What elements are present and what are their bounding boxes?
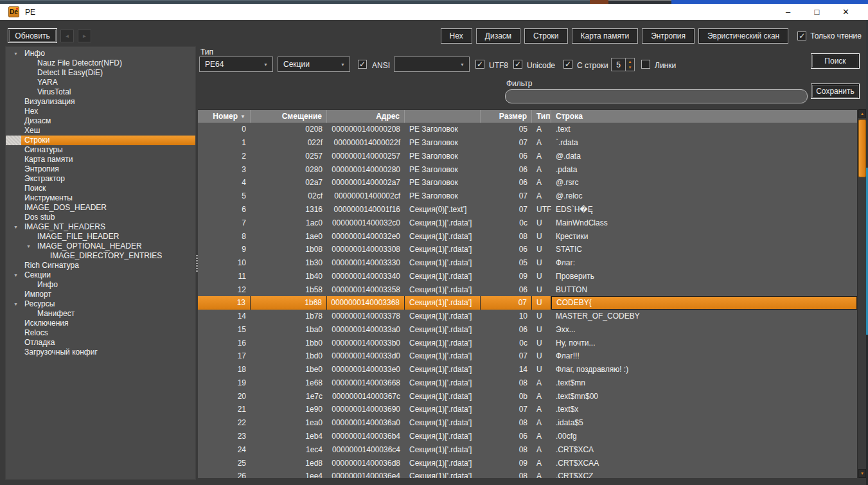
cell[interactable]: 07 bbox=[481, 138, 532, 147]
cell[interactable]: 0000000140003690 bbox=[327, 405, 405, 414]
cell[interactable]: Секция(1)['.rdata'] bbox=[405, 218, 481, 227]
cell[interactable]: Секция(1)['.rdata'] bbox=[405, 432, 481, 441]
cell[interactable]: 06 bbox=[481, 165, 532, 174]
sidebar-item-поиск[interactable]: Поиск bbox=[6, 184, 195, 193]
table-row[interactable]: 181be000000001400033e0Секция(1)['.rdata'… bbox=[198, 363, 857, 376]
sidebar-item-визуализация[interactable]: Визуализация bbox=[6, 97, 195, 107]
utf8-checkbox[interactable]: ✓ bbox=[475, 60, 484, 69]
back-button[interactable]: ◄ bbox=[60, 30, 74, 42]
cell[interactable]: 08 bbox=[481, 378, 532, 387]
cell[interactable]: UTF8 bbox=[532, 205, 551, 214]
cell[interactable]: .text$mn bbox=[551, 378, 857, 387]
cell[interactable]: @.data bbox=[551, 152, 857, 161]
cell[interactable]: EDS`H�Ę bbox=[551, 205, 857, 214]
unicode-checkbox[interactable]: ✓ bbox=[513, 60, 522, 69]
mode-combo[interactable]: Секции bbox=[278, 57, 350, 72]
cell[interactable]: 1316 bbox=[251, 205, 327, 214]
cell[interactable]: 1ae0 bbox=[251, 232, 327, 241]
sidebar-item-экстрактор[interactable]: Экстрактор bbox=[6, 174, 195, 184]
cell[interactable]: U bbox=[532, 312, 551, 321]
sidebar-item-исключения[interactable]: Исключения bbox=[6, 319, 195, 328]
cell[interactable]: 02a7 bbox=[251, 178, 327, 187]
sidebar-item-nauz-file-detector-nfd-[interactable]: Nauz File Detector(NFD) bbox=[6, 58, 195, 68]
cell[interactable]: Секция(1)['.rdata'] bbox=[405, 351, 481, 360]
cell[interactable]: 00000001400036b4 bbox=[327, 432, 405, 441]
cell[interactable]: 1b08 bbox=[251, 245, 327, 254]
table-row[interactable]: 141b780000000140003378Секция(1)['.rdata'… bbox=[198, 310, 857, 323]
cell[interactable]: Секция(1)['.rdata'] bbox=[405, 325, 481, 334]
minimize-button[interactable]: – bbox=[774, 4, 802, 20]
cell[interactable]: 21 bbox=[198, 405, 251, 414]
table-row[interactable]: 171bd000000001400033d0Секция(1)['.rdata'… bbox=[198, 349, 857, 363]
cell[interactable]: 0000000140000280 bbox=[327, 165, 405, 174]
cell[interactable]: PE Заголовок bbox=[405, 178, 481, 187]
cell[interactable]: .text$mn$00 bbox=[551, 392, 857, 401]
table-row[interactable]: 502cf00000001400002cfPE Заголовок07A@.re… bbox=[198, 190, 857, 203]
cell[interactable]: PE Заголовок bbox=[405, 138, 481, 147]
view-button-карта-памяти[interactable]: Карта памяти bbox=[572, 28, 639, 44]
cell[interactable]: 11 bbox=[198, 272, 251, 281]
cell[interactable]: 05 bbox=[481, 125, 532, 134]
cell[interactable]: 24 bbox=[198, 445, 251, 454]
forward-button[interactable]: ► bbox=[78, 30, 91, 42]
column-header-offset[interactable]: Смещение bbox=[251, 110, 327, 123]
cell[interactable]: PE Заголовок bbox=[405, 165, 481, 174]
cell[interactable]: 13 bbox=[198, 296, 251, 310]
cell[interactable]: Секция(1)['.rdata'] bbox=[405, 392, 481, 401]
table-row[interactable]: 101b300000000140003330Секция(1)['.rdata'… bbox=[198, 256, 857, 270]
cell[interactable]: 0000000140000208 bbox=[327, 125, 405, 134]
table-row[interactable]: 251ed800000001400036d8Секция(1)['.rdata'… bbox=[198, 456, 857, 470]
cell[interactable]: U bbox=[532, 285, 551, 294]
cell[interactable]: 26 bbox=[198, 472, 251, 478]
cell[interactable]: 1ba0 bbox=[251, 325, 327, 334]
table-row[interactable]: 613160000000140001f16Секция(0)['.text']0… bbox=[198, 203, 857, 216]
cell[interactable]: 3 bbox=[198, 165, 251, 174]
cell[interactable]: 09 bbox=[481, 272, 532, 281]
scrollbar-thumb[interactable] bbox=[858, 119, 866, 177]
cell[interactable]: 08 bbox=[481, 445, 532, 454]
table-row[interactable]: 161bb000000001400033b0Секция(1)['.rdata'… bbox=[198, 336, 857, 349]
sidebar-item-отладка[interactable]: Отладка bbox=[6, 338, 195, 348]
cell[interactable]: 00000001400036e4 bbox=[327, 472, 405, 478]
tree-expander-icon[interactable]: ▼ bbox=[13, 49, 18, 58]
column-header-string[interactable]: Строка bbox=[551, 110, 857, 123]
cell[interactable]: 1ed8 bbox=[251, 459, 327, 468]
cell[interactable]: 1b68 bbox=[251, 296, 327, 310]
cell[interactable]: 06 bbox=[481, 325, 532, 334]
cell[interactable]: 08 bbox=[481, 232, 532, 241]
cell[interactable]: 06 bbox=[481, 178, 532, 187]
save-button[interactable]: Сохранить bbox=[811, 84, 860, 99]
cell[interactable]: 06 bbox=[481, 285, 532, 294]
cell[interactable]: 09 bbox=[481, 459, 532, 468]
cell[interactable]: A bbox=[532, 472, 551, 478]
minlen-stepper[interactable]: 5 ▲ ▼ bbox=[611, 58, 635, 71]
cell[interactable]: 9 bbox=[198, 245, 251, 254]
cell[interactable]: Секция(1)['.rdata'] bbox=[405, 232, 481, 241]
cell[interactable]: PE Заголовок bbox=[405, 125, 481, 134]
cell[interactable]: 1bb0 bbox=[251, 339, 327, 348]
refresh-button[interactable]: Обновить bbox=[8, 28, 57, 43]
cell[interactable]: A bbox=[532, 152, 551, 161]
cell[interactable]: 1ee4 bbox=[251, 472, 327, 478]
sidebar-item-сигнатуры[interactable]: Сигнатуры bbox=[6, 145, 195, 155]
sidebar-item-dos-stub[interactable]: Dos stub bbox=[6, 213, 195, 222]
sidebar-item-энтропия[interactable]: Энтропия bbox=[6, 164, 195, 174]
cell[interactable]: 1b40 bbox=[251, 272, 327, 281]
spin-down-icon[interactable]: ▼ bbox=[626, 65, 634, 71]
cell[interactable]: 1ea0 bbox=[251, 418, 327, 427]
cell[interactable]: 1e7c bbox=[251, 392, 327, 401]
column-header-type[interactable]: Тип bbox=[532, 110, 551, 123]
cell[interactable]: Ну, почти... bbox=[551, 339, 857, 348]
cell[interactable]: Секция(1)['.rdata'] bbox=[405, 405, 481, 414]
cell[interactable]: Проверить bbox=[551, 272, 857, 281]
cell[interactable]: 02cf bbox=[251, 191, 327, 200]
cell[interactable]: 00000001400033d0 bbox=[327, 351, 405, 360]
table-row[interactable]: 151ba000000001400033a0Секция(1)['.rdata'… bbox=[198, 322, 857, 336]
cell[interactable]: 1ec4 bbox=[251, 445, 327, 454]
tree-expander-icon[interactable]: ▼ bbox=[13, 222, 18, 232]
column-header-number[interactable]: Номер▼ bbox=[198, 110, 251, 123]
cell[interactable]: U bbox=[532, 232, 551, 241]
table-row[interactable]: 91b080000000140003308Секция(1)['.rdata']… bbox=[198, 243, 857, 256]
column-header-size[interactable]: Размер bbox=[481, 110, 532, 123]
cell[interactable]: MASTER_OF_CODEBY bbox=[551, 312, 857, 321]
